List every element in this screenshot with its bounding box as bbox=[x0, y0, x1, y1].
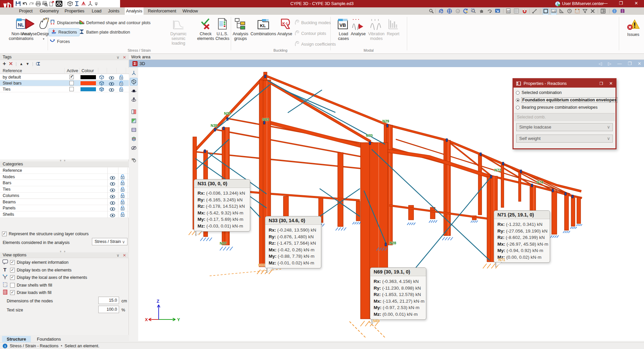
callout-title: N69 (30, 19.1, 0) bbox=[370, 268, 426, 276]
callout-row: My: (-0.94, 0.92) kN·m bbox=[497, 247, 546, 254]
callout-title: N71 (25, 19.1, 0) bbox=[494, 211, 550, 219]
node-label-n71: N71 bbox=[498, 258, 505, 262]
dialog-maximize-button[interactable]: ❒ bbox=[599, 81, 603, 86]
dialog-close-button[interactable]: ✕ bbox=[609, 81, 613, 86]
callout-row: Mz: (0.00, 0.01) kN·m bbox=[374, 311, 423, 318]
radio-0[interactable] bbox=[516, 91, 520, 95]
callout-row: Rz: (-1.475, 17.564) kN bbox=[269, 240, 318, 247]
callout-row: My: (-0.17, 5.69) kN·m bbox=[198, 216, 247, 223]
status-hint: Select an element. bbox=[65, 344, 100, 348]
node-label-n39: N39 bbox=[224, 111, 231, 115]
callout-row: Mz: (-0.03, 0.01) kN·m bbox=[198, 223, 247, 230]
loadcase-type-dropdown[interactable]: Simple loadcase∨ bbox=[516, 123, 613, 131]
callout-row: Mx: (-5.42, 9.32) kN·m bbox=[198, 210, 247, 216]
properties-reactions-dialog: Properties - Reactions ❒ ✕ Selected comb… bbox=[513, 78, 616, 149]
selected-comb-label: Selected comb. bbox=[517, 115, 546, 119]
callout-row: My: (-0.88, 7.78) kN·m bbox=[269, 253, 318, 260]
reaction-callout-n33: N33 (30, 14.6, 0)Rx: (-0.248, 13.590) kN… bbox=[265, 216, 321, 268]
node-label-n28: N28 bbox=[389, 241, 396, 245]
node-label-n29: N29 bbox=[382, 119, 389, 123]
callout-row: Rz: (-8.602, 26.199) kN bbox=[497, 234, 546, 241]
reaction-callout-n71: N71 (25, 19.1, 0)Rx: (-1.232, 0.341) kNR… bbox=[494, 210, 550, 263]
node-label-n72: N72 bbox=[494, 168, 501, 172]
dialog-title: Properties - Reactions bbox=[524, 81, 567, 86]
radio-2[interactable] bbox=[516, 106, 520, 109]
node-label-n70: N70 bbox=[366, 134, 373, 138]
dialog-icon bbox=[516, 82, 521, 86]
node-label-n37: N37 bbox=[220, 241, 226, 245]
status-mode: Stress / Strain - Reactions bbox=[10, 344, 58, 348]
callout-row: Rz: (-1.853, 12.578) kN bbox=[374, 291, 423, 298]
info-icon: i bbox=[3, 344, 7, 348]
reaction-callout-n31: N31 (30, 0, 0)Rx: (-0.036, 13.244) kNRy:… bbox=[194, 179, 250, 232]
callout-row: Mz: (-0.01, 0.02) kN·m bbox=[269, 260, 318, 266]
reaction-callout-n69: N69 (30, 19.1, 0)Rx: (-0.363, 4.156) kNR… bbox=[370, 267, 426, 320]
node-label-n74: N74 bbox=[536, 180, 543, 184]
callout-row: Mx: (-13.45, 21.27) kN·m bbox=[374, 298, 423, 305]
callout-row: Ry: (-0.876, 1.480) kN bbox=[269, 234, 318, 240]
svg-text:Z: Z bbox=[157, 299, 159, 304]
node-label-n69: N69 bbox=[373, 319, 380, 323]
callout-title: N31 (30, 0, 0) bbox=[194, 180, 250, 188]
radio-label-2[interactable]: Bearing pressure combination envelopes bbox=[522, 105, 598, 110]
callout-row: Rx: (-0.363, 4.156) kN bbox=[374, 278, 423, 285]
callout-row: Mx: (-26.97, 45.58) kN·m bbox=[497, 241, 546, 248]
callout-title: N33 (30, 14.6, 0) bbox=[265, 216, 321, 225]
structure-3d-model: XYZ bbox=[0, 0, 644, 349]
node-label-n83: N83 bbox=[262, 117, 269, 121]
loadcase-dropdown[interactable]: Self weight∨ bbox=[516, 135, 613, 143]
callout-row: Ry: (-11.230, 8.098) kN bbox=[374, 285, 423, 292]
radio-1[interactable] bbox=[516, 98, 520, 102]
callout-row: Rx: (-0.036, 13.244) kN bbox=[198, 190, 247, 197]
application-window: CYPE 3D - CYPE 3D Sample.ed3 User BIMser… bbox=[0, 0, 644, 349]
bottom-tab-bar: Structure Foundations bbox=[0, 335, 129, 342]
node-label-n35: N35 bbox=[211, 123, 217, 128]
callout-row: Rz: (-0.178, 14.512) kN bbox=[198, 203, 247, 210]
callout-row: Rx: (-0.248, 13.590) kN bbox=[269, 227, 318, 234]
callout-row: Mx: (-0.42, 0.26) kN·m bbox=[269, 247, 318, 253]
radio-label-0[interactable]: Selected combination bbox=[522, 90, 562, 95]
callout-row: Ry: (-27.056, 19.190) kN bbox=[497, 228, 546, 235]
dialog-title-bar[interactable]: Properties - Reactions ❒ ✕ bbox=[514, 79, 615, 88]
tab-foundations[interactable]: Foundations bbox=[32, 336, 66, 342]
svg-text:Y: Y bbox=[177, 317, 180, 322]
callout-row: Ry: (-6.165, 3.245) kN bbox=[198, 197, 247, 203]
callout-row: My: (-0.97, 2.53) kN·m bbox=[374, 304, 423, 311]
callout-row: Rx: (-1.232, 0.341) kN bbox=[497, 221, 546, 228]
radio-label-1[interactable]: Foundation equilibrium combination envel… bbox=[522, 98, 617, 102]
node-label-n33: N33 bbox=[258, 263, 265, 267]
tab-structure[interactable]: Structure bbox=[2, 336, 31, 342]
svg-text:X: X bbox=[145, 317, 148, 322]
status-bar: i Stress / Strain - Reactions • Select a… bbox=[0, 342, 644, 349]
